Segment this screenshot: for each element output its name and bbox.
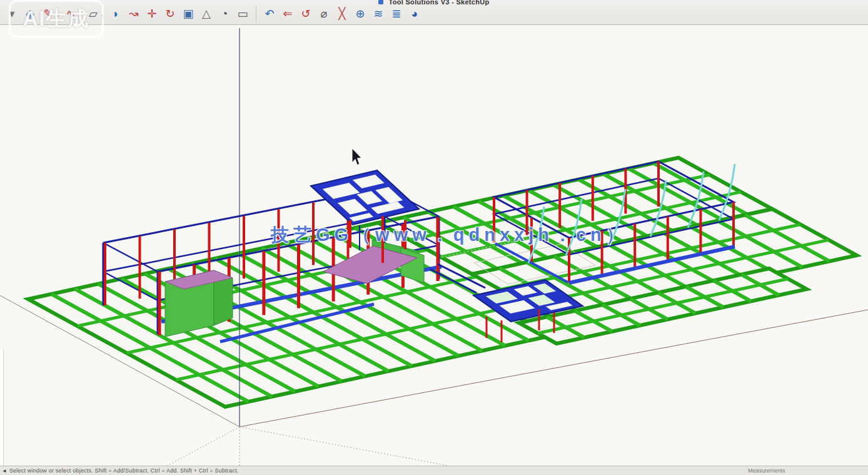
status-left: ◄ Select window or select objects. Shift…	[2, 467, 238, 474]
3d-viewport[interactable]	[0, 25, 868, 466]
status-bar: ◄ Select window or select objects. Shift…	[0, 466, 868, 475]
window-titlebar: Tool Solutions V3 - SketchUp	[0, 0, 868, 5]
arc-tool-icon[interactable]: ∿	[63, 6, 79, 21]
show-hidden-icon[interactable]: ≋	[370, 6, 386, 21]
zoom-window-icon[interactable]: ↶	[261, 6, 278, 21]
toolbar-separator	[256, 6, 256, 22]
paint-bucket-icon[interactable]: ◗	[108, 6, 124, 21]
toolbar-tools: ▾◈✎▾∿▾▱▾◗↝✛↻▣△◔▭↶⇐↺⌀╳⊕≋≣◕	[4, 6, 425, 22]
line-tool-dropdown-caret[interactable]: ▾	[56, 13, 61, 19]
model-scene	[0, 0, 868, 475]
line-tool-icon[interactable]: ✎	[40, 6, 56, 21]
status-nav-arrow-icon: ◄	[2, 468, 7, 474]
app-icon	[378, 0, 383, 4]
orbit-tool-icon[interactable]: ◔	[216, 6, 233, 21]
previous-view-icon[interactable]: ⇐	[280, 6, 296, 21]
status-hint: Select window or select objects. Shift =…	[9, 467, 238, 474]
layers-stack-icon[interactable]: ≣	[388, 6, 405, 21]
rotate-tool-icon[interactable]: ↻	[162, 6, 178, 21]
cursor-arrow-icon	[352, 148, 361, 165]
next-view-icon[interactable]: ↺	[298, 6, 314, 21]
shaded-view-icon[interactable]: ◕	[406, 6, 423, 21]
zoom-tool-icon[interactable]: ⌀	[316, 6, 332, 21]
rectangle-tool-dropdown-caret[interactable]: ▾	[101, 13, 106, 19]
eraser-icon[interactable]: ◈	[22, 6, 38, 21]
follow-me-icon[interactable]: ↝	[126, 6, 142, 21]
section-plane-icon[interactable]: ▣	[180, 6, 196, 21]
arc-tool-dropdown-caret[interactable]: ▾	[79, 13, 84, 19]
deck-grid	[28, 158, 857, 407]
zoom-extents-icon[interactable]: ⊕	[352, 6, 368, 21]
move-tool-icon[interactable]: ✛	[144, 6, 160, 21]
left-edge-strip	[0, 349, 4, 466]
hide-rest-icon[interactable]: △	[198, 6, 214, 21]
measurements-label[interactable]: Measurements	[748, 467, 785, 474]
pan-tool-icon[interactable]: ▭	[235, 6, 251, 21]
rectangle-tool-icon[interactable]: ▱	[85, 6, 101, 21]
sketchup-window: Tool Solutions V3 - SketchUp ▾◈✎▾∿▾▱▾◗↝✛…	[0, 0, 868, 475]
zoom-selection-icon[interactable]: ╳	[334, 6, 350, 21]
window-title: Tool Solutions V3 - SketchUp	[389, 0, 490, 6]
toolbar-overflow-icon[interactable]: ▾	[4, 6, 20, 21]
